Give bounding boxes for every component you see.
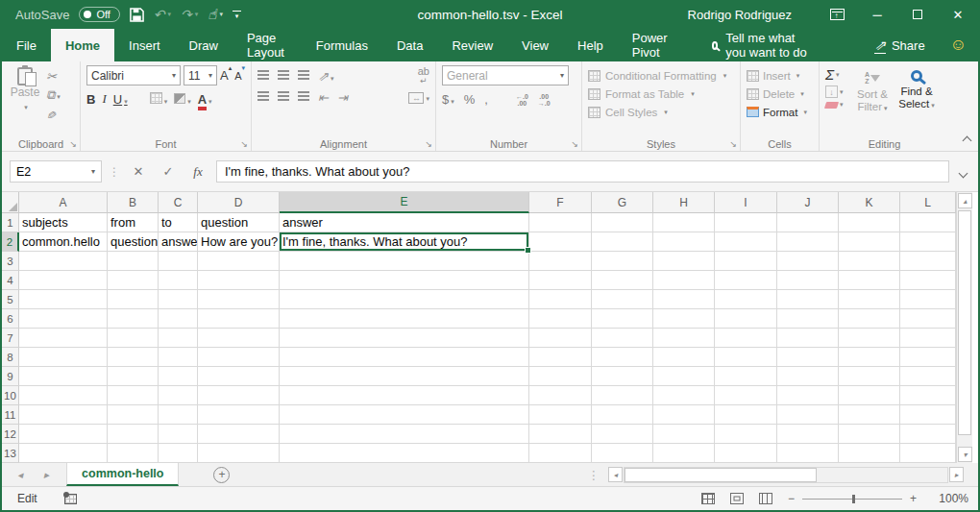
row-header-3[interactable]: 3 xyxy=(2,252,19,271)
cell-L2[interactable] xyxy=(900,232,956,252)
autosum-button[interactable] xyxy=(825,66,850,83)
zoom-level[interactable]: 100% xyxy=(932,492,968,505)
cell-B6[interactable] xyxy=(108,309,159,329)
cell-G6[interactable] xyxy=(592,309,653,329)
row-header-2[interactable]: 2 xyxy=(2,232,19,252)
customize-qat-button[interactable] xyxy=(233,11,241,18)
decrease-decimal-button[interactable]: .00→.0 xyxy=(538,93,551,107)
cell-C12[interactable] xyxy=(159,425,198,444)
vertical-scroll-track[interactable] xyxy=(957,209,972,446)
cell-J8[interactable] xyxy=(777,348,839,367)
cell-A13[interactable] xyxy=(19,444,108,463)
cell-B4[interactable] xyxy=(108,271,159,290)
cell-A6[interactable] xyxy=(19,309,108,329)
bottom-align-button[interactable] xyxy=(298,69,309,83)
cell-F2[interactable] xyxy=(529,232,592,252)
cell-E3[interactable] xyxy=(280,252,529,271)
scroll-down-button[interactable] xyxy=(958,447,972,462)
center-button[interactable] xyxy=(278,90,289,104)
tab-formulas[interactable]: Formulas xyxy=(302,29,382,61)
cell-J10[interactable] xyxy=(777,386,839,405)
cell-G3[interactable] xyxy=(592,252,653,271)
cell-H1[interactable] xyxy=(653,213,715,232)
tab-data[interactable]: Data xyxy=(382,29,437,61)
column-header-E[interactable]: E xyxy=(280,192,529,213)
select-all-corner[interactable] xyxy=(2,192,19,213)
cell-D6[interactable] xyxy=(198,309,280,329)
scroll-left-button[interactable] xyxy=(608,467,623,482)
grow-font-button[interactable]: A▴ xyxy=(220,68,232,83)
cell-E12[interactable] xyxy=(280,425,529,444)
cell-E11[interactable] xyxy=(280,405,529,425)
tab-review[interactable]: Review xyxy=(437,29,507,61)
cell-B1[interactable]: from xyxy=(108,213,159,232)
row-header-12[interactable]: 12 xyxy=(2,425,19,444)
clipboard-dialog-launcher[interactable] xyxy=(69,139,77,149)
cell-H4[interactable] xyxy=(653,271,715,290)
cell-F6[interactable] xyxy=(529,309,592,329)
tab-page-layout[interactable]: Page Layout xyxy=(233,29,302,61)
cell-J3[interactable] xyxy=(777,252,839,271)
find-select-button[interactable]: Find & Select xyxy=(894,67,939,135)
cell-I10[interactable] xyxy=(715,386,777,405)
cell-J4[interactable] xyxy=(777,271,839,290)
cell-C9[interactable] xyxy=(159,367,198,386)
tab-help[interactable]: Help xyxy=(563,29,618,61)
cell-K4[interactable] xyxy=(839,271,900,290)
zoom-in-button[interactable]: + xyxy=(910,492,917,505)
cell-K11[interactable] xyxy=(839,405,900,425)
cell-H3[interactable] xyxy=(653,252,715,271)
cell-C8[interactable] xyxy=(159,348,198,367)
cell-I4[interactable] xyxy=(715,271,777,290)
ribbon-display-options-button[interactable] xyxy=(817,0,857,29)
row-header-13[interactable]: 13 xyxy=(2,444,19,463)
cell-L5[interactable] xyxy=(900,290,956,309)
row-header-8[interactable]: 8 xyxy=(2,348,19,367)
cell-F8[interactable] xyxy=(529,348,592,367)
column-header-J[interactable]: J xyxy=(777,192,839,213)
middle-align-button[interactable] xyxy=(278,69,289,83)
cell-A8[interactable] xyxy=(19,348,108,367)
cell-B7[interactable] xyxy=(108,329,159,348)
align-right-button[interactable] xyxy=(298,90,309,104)
cell-C2[interactable]: answer xyxy=(159,232,198,252)
cell-J12[interactable] xyxy=(777,425,839,444)
conditional-formatting-button[interactable]: Conditional Formatting xyxy=(588,66,734,85)
cell-J1[interactable] xyxy=(777,213,839,232)
macro-record-icon[interactable] xyxy=(64,494,77,504)
share-button[interactable]: Share xyxy=(861,29,938,61)
cell-D11[interactable] xyxy=(198,405,280,425)
cell-A10[interactable] xyxy=(19,386,108,405)
tab-power-pivot[interactable]: Power Pivot xyxy=(618,29,685,61)
cell-C5[interactable] xyxy=(159,290,198,309)
cell-K12[interactable] xyxy=(839,425,900,444)
cell-J13[interactable] xyxy=(777,444,839,463)
column-header-A[interactable]: A xyxy=(19,192,108,213)
decrease-indent-button[interactable] xyxy=(318,90,329,105)
orientation-button[interactable] xyxy=(318,69,333,84)
tab-draw[interactable]: Draw xyxy=(175,29,233,61)
cell-E4[interactable] xyxy=(280,271,529,290)
cell-F13[interactable] xyxy=(529,444,592,463)
row-header-10[interactable]: 10 xyxy=(2,386,19,405)
italic-button[interactable]: I xyxy=(102,91,106,107)
cell-B10[interactable] xyxy=(108,386,159,405)
cell-D5[interactable] xyxy=(198,290,280,309)
cell-E10[interactable] xyxy=(280,386,529,405)
font-family-combo[interactable]: Calibri xyxy=(86,65,181,85)
cell-K2[interactable] xyxy=(839,232,900,252)
font-color-button[interactable]: A xyxy=(198,92,212,107)
feedback-smiley-button[interactable] xyxy=(939,29,978,61)
column-header-K[interactable]: K xyxy=(839,192,900,213)
insert-function-button[interactable]: fx xyxy=(186,160,209,183)
cell-A3[interactable] xyxy=(19,252,108,271)
shrink-font-button[interactable]: A▾ xyxy=(234,69,245,82)
cell-D9[interactable] xyxy=(198,367,280,386)
number-format-combo[interactable]: General xyxy=(442,65,569,85)
cell-E8[interactable] xyxy=(280,348,529,367)
cell-F9[interactable] xyxy=(529,367,592,386)
cell-G9[interactable] xyxy=(592,367,653,386)
cell-F12[interactable] xyxy=(529,425,592,444)
page-layout-view-button[interactable] xyxy=(730,493,744,504)
cell-F11[interactable] xyxy=(529,405,592,425)
